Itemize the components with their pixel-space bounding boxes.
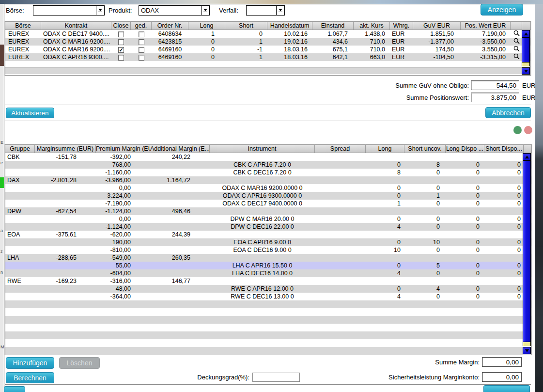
- cut-off-button-left[interactable]: [4, 386, 25, 392]
- produkt-combobox[interactable]: ODAX: [139, 5, 210, 16]
- berechnen-button[interactable]: Berechnen: [6, 372, 54, 383]
- table-row[interactable]: DAX-2.801,28-3.966,001.164,72: [5, 176, 531, 184]
- table-row[interactable]: 768,00CBK C APR16 7.20 00800: [5, 161, 531, 169]
- ged-checkbox[interactable]: [139, 39, 144, 45]
- column-header-short[interactable]: Short: [225, 22, 267, 30]
- table-row[interactable]: EUREXODAX C DEC17 9400....64086341010.02…: [5, 30, 530, 38]
- chevron-down-icon[interactable]: [201, 6, 209, 15]
- column-header-handelsdatum[interactable]: Handelsdatum: [267, 22, 312, 30]
- table-row[interactable]: CBK-151,78-392,00240,22: [5, 153, 531, 161]
- ged-checkbox[interactable]: [139, 31, 144, 37]
- scroll-up-button[interactable]: [522, 30, 530, 37]
- close-checkbox[interactable]: [118, 31, 124, 37]
- scrollbar-thumb[interactable]: [523, 160, 531, 342]
- sicherheitsleistung-field[interactable]: 0,00: [482, 372, 522, 382]
- empty-table-row[interactable]: [5, 339, 531, 347]
- cell-close: [111, 53, 131, 61]
- empty-table-row[interactable]: [5, 316, 531, 324]
- column-header-marginsumme[interactable]: Marginsumme (EUR): [35, 145, 96, 153]
- close-checkbox[interactable]: ✓: [118, 47, 124, 53]
- table-row[interactable]: -1.124,00DPW C DEC16 22.00 04000: [5, 223, 531, 231]
- scroll-down-button[interactable]: [522, 67, 530, 75]
- empty-table-row[interactable]: [5, 300, 531, 308]
- close-checkbox[interactable]: [118, 39, 124, 45]
- table-row[interactable]: 3.224,00ODAX C APR16 9300.0000 00100: [5, 192, 531, 200]
- scrollbar-thumb[interactable]: [522, 37, 530, 63]
- ged-checkbox[interactable]: [139, 55, 144, 61]
- column-header-akt_kurs[interactable]: akt. Kurs: [354, 22, 390, 30]
- summe-guv-field[interactable]: 544,50: [471, 80, 519, 90]
- summe-margin-field[interactable]: 0,00: [482, 357, 522, 367]
- table-row[interactable]: -7.190,00ODAX C DEC17 9400.0000 01000: [5, 200, 531, 207]
- column-header-einstand[interactable]: Einstand: [312, 22, 354, 30]
- cell-premium: -392,00: [96, 153, 150, 161]
- column-header-order_nr[interactable]: Order Nr.: [152, 22, 188, 30]
- table-row[interactable]: -364,00RWE C DEC16 13.00 04000: [5, 293, 531, 300]
- magnifier-icon[interactable]: [511, 46, 522, 53]
- aktualisieren-button[interactable]: Aktualisieren: [6, 108, 54, 118]
- margin-vertical-scrollbar[interactable]: [523, 153, 531, 354]
- table-row[interactable]: EUREXODAX C MAR16 9200....64238150119.02…: [5, 38, 530, 46]
- table-row[interactable]: -604,00LHA C DEC16 14.00 04000: [5, 269, 531, 277]
- abbrechen-button[interactable]: Abbrechen: [485, 107, 531, 118]
- horizontal-scrollbar-track[interactable]: [5, 67, 522, 74]
- empty-table-row[interactable]: [5, 347, 531, 355]
- background-fragment-green: [0, 177, 4, 188]
- scroll-down-button[interactable]: [523, 347, 531, 354]
- table-row[interactable]: 190,00EOA C APR16 9.00 001000: [5, 238, 531, 246]
- column-header-long[interactable]: Long: [366, 145, 404, 153]
- table-row[interactable]: RWE-169,23-316,00146,77: [5, 277, 531, 285]
- column-header-kontrakt[interactable]: Kontrakt: [41, 22, 111, 30]
- empty-table-row[interactable]: [5, 308, 531, 316]
- verfall-combobox[interactable]: [246, 5, 285, 16]
- cell-long_dispo: [446, 254, 484, 262]
- ged-checkbox[interactable]: [139, 47, 144, 53]
- column-header-guv[interactable]: GuV EUR: [413, 22, 461, 30]
- cell-premium: -549,00: [96, 254, 150, 262]
- column-header-short_dispo[interactable]: Short Dispo...: [484, 145, 524, 153]
- empty-table-row[interactable]: [5, 331, 531, 339]
- scroll-up-button[interactable]: [523, 153, 531, 160]
- boerse-combobox[interactable]: [33, 5, 105, 16]
- column-header-gruppe[interactable]: Gruppe: [5, 145, 35, 153]
- table-row[interactable]: 0,00ODAX C MAR16 9200.0000 00000: [5, 184, 531, 192]
- table-row[interactable]: 55,00LHA C APR16 15.50 00500: [5, 262, 531, 269]
- table-row[interactable]: DPW-627,54-1.124,00496,46: [5, 207, 531, 215]
- table-row[interactable]: -810,00EOA C DEC16 9.00 010000: [5, 246, 531, 254]
- table-row[interactable]: LHA-288,65-549,00260,35: [5, 254, 531, 262]
- positions-vertical-scrollbar[interactable]: [522, 30, 530, 75]
- close-checkbox[interactable]: [118, 55, 124, 61]
- column-header-spread[interactable]: Spread: [315, 145, 366, 153]
- column-header-close[interactable]: Close: [111, 22, 131, 30]
- table-row[interactable]: EOA-375,61-620,00244,39: [5, 231, 531, 238]
- column-header-pos_wert[interactable]: Pos. Wert EUR: [461, 22, 511, 30]
- empty-table-row[interactable]: [5, 324, 531, 331]
- magnifier-icon[interactable]: [511, 53, 522, 61]
- column-header-additional[interactable]: Additional Margin (E...: [150, 145, 210, 153]
- cell-long_dispo: 0: [446, 215, 484, 223]
- anzeigen-button[interactable]: Anzeigen: [481, 4, 523, 16]
- table-row[interactable]: 48,00RWE C APR16 12.00 00400: [5, 285, 531, 293]
- column-header-long[interactable]: Long: [188, 22, 225, 30]
- table-row[interactable]: EUREXODAX C MAR16 9200....✓64691600-118.…: [5, 46, 530, 53]
- chevron-down-icon[interactable]: [276, 6, 284, 15]
- loeschen-button[interactable]: Löschen: [59, 357, 100, 369]
- summe-positionswert-field[interactable]: 3.875,00: [471, 93, 519, 102]
- magnifier-icon[interactable]: [511, 30, 522, 38]
- column-header-premium[interactable]: Premium Margin (EUR): [96, 145, 150, 153]
- magnifier-icon[interactable]: [511, 38, 522, 46]
- column-header-icon[interactable]: [511, 22, 522, 30]
- column-header-long_dispo[interactable]: Long Dispo ...: [446, 145, 484, 153]
- chevron-down-icon[interactable]: [96, 6, 104, 15]
- deckungsgrad-input[interactable]: [252, 373, 300, 382]
- table-row[interactable]: EUREXODAX C APR16 9300....64691600118.03…: [5, 53, 530, 61]
- column-header-short_uncov[interactable]: Short uncov.: [404, 145, 446, 153]
- column-header-ged[interactable]: ged.: [131, 22, 152, 30]
- table-row[interactable]: 0,00DPW C MAR16 20.00 00000: [5, 215, 531, 223]
- column-header-boerse[interactable]: Börse: [5, 22, 41, 30]
- hinzufuegen-button[interactable]: Hinzufügen: [6, 357, 54, 369]
- table-row[interactable]: -1.160,00CBK C DEC16 7.20 08000: [5, 169, 531, 176]
- column-header-instrument[interactable]: Instrument: [210, 145, 315, 153]
- column-header-whrg[interactable]: Whrg.: [390, 22, 413, 30]
- cut-off-button-right[interactable]: [483, 385, 530, 392]
